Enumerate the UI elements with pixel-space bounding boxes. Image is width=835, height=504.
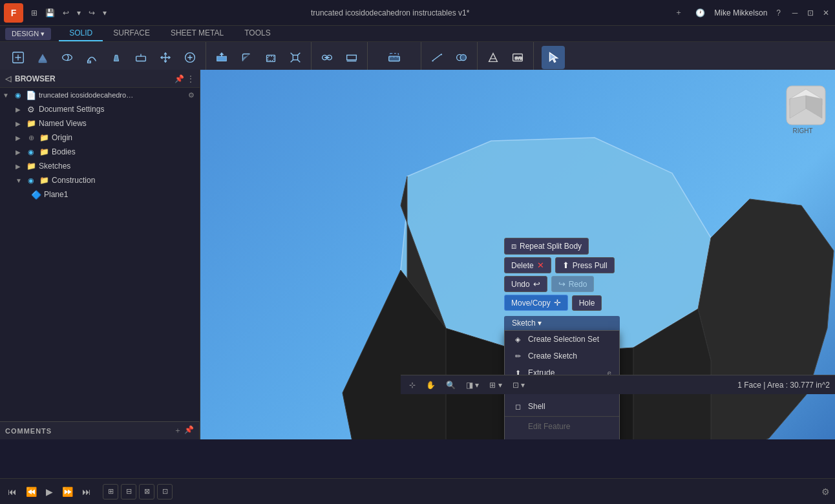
comments-pin-btn[interactable]: 📌	[184, 425, 194, 436]
interference-btn[interactable]	[450, 46, 473, 69]
svg-point-4	[63, 54, 72, 60]
playback-last-btn[interactable]: ⏭	[79, 485, 94, 498]
viewport[interactable]: ⧈ Repeat Split Body Delete ✕ ⬆ Press Pul…	[200, 70, 835, 439]
playback-first-btn[interactable]: ⏮	[5, 485, 19, 498]
new-component-btn[interactable]	[6, 46, 30, 69]
revolve-btn[interactable]	[56, 46, 79, 69]
undo-btn[interactable]: ↩	[60, 7, 72, 19]
loft-btn[interactable]	[105, 46, 128, 69]
sweep-btn[interactable]	[80, 46, 103, 69]
views-chevron[interactable]: ▶	[16, 120, 23, 127]
minimize-btn[interactable]: ─	[790, 8, 800, 18]
undo-ctx-btn[interactable]: Undo ↩	[504, 276, 547, 292]
browser-more-btn[interactable]: ⋮	[187, 74, 195, 83]
move-btn[interactable]	[154, 46, 177, 69]
press-pull-btn[interactable]	[210, 46, 233, 69]
browser-plane1[interactable]: 🔷 Plane1	[0, 187, 200, 202]
browser-origin[interactable]: ▶ ⊕ 📁 Origin	[0, 131, 200, 145]
zoom-btn[interactable]: 🔍	[443, 379, 459, 391]
undo-arrow[interactable]: ▾	[74, 7, 83, 19]
hole-btn[interactable]: Hole	[572, 295, 602, 311]
select-btn[interactable]	[542, 46, 565, 69]
playback-icon-4[interactable]: ⊡	[157, 484, 173, 499]
menu-create-sketch[interactable]: ✏ Create Sketch	[505, 348, 619, 364]
timeline-settings-btn[interactable]: ⚙	[821, 487, 830, 497]
playback-next-btn[interactable]: ⏩	[59, 485, 76, 498]
move-copy-btn[interactable]: Move/Copy ✛	[504, 295, 568, 311]
delete-btn[interactable]: Delete ✕	[504, 257, 551, 273]
tab-surface[interactable]: SURFACE	[103, 26, 160, 41]
construction-eye-icon: ◉	[26, 175, 36, 185]
insert-mesh-btn[interactable]	[481, 46, 505, 69]
playback-mode-icons: ⊞ ⊟ ⊠ ⊡	[103, 484, 173, 499]
construction-chevron[interactable]: ▼	[16, 177, 23, 184]
redo-btn[interactable]: ↪	[86, 7, 98, 19]
browser-named-views[interactable]: ▶ 📁 Named Views	[0, 116, 200, 131]
sketch-dropdown-btn[interactable]: Sketch ▾	[504, 316, 620, 330]
add-tab-btn[interactable]: ＋	[671, 5, 686, 21]
browser-collapse-btn[interactable]: ◁	[5, 74, 11, 83]
quick-access-new[interactable]: ⊞	[28, 7, 40, 19]
help-btn[interactable]: ?	[772, 6, 785, 20]
section-view-btn[interactable]: ⊡ ▾	[509, 379, 528, 391]
svg-marker-6	[114, 55, 118, 61]
menu-shell[interactable]: ◻ Shell	[505, 398, 619, 415]
rib-btn[interactable]	[129, 46, 153, 69]
browser-construction[interactable]: ▼ ◉ 📁 Construction	[0, 173, 200, 187]
design-mode-btn[interactable]: DESIGN ▾	[5, 28, 51, 40]
origin-chevron[interactable]: ▶	[16, 134, 23, 142]
menu-create-selection-set[interactable]: ◈ Create Selection Set	[505, 331, 619, 348]
bodies-chevron[interactable]: ▶	[16, 149, 23, 156]
create-more-btn[interactable]	[178, 46, 202, 69]
playback-icon-3[interactable]: ⊠	[139, 484, 154, 499]
maximize-btn[interactable]: ⊡	[805, 8, 816, 18]
doc-chevron[interactable]: ▶	[16, 106, 23, 113]
playback-icon-1[interactable]: ⊞	[103, 484, 118, 499]
menu-edit-profile-sketch[interactable]: Edit Profile Sketch	[505, 435, 619, 439]
navcube[interactable]: RIGHT	[783, 83, 822, 121]
press-pull-btn[interactable]: ⬆ Press Pull	[555, 257, 615, 273]
browser-sketches[interactable]: ▶ 📁 Sketches	[0, 159, 200, 173]
redo-arrow[interactable]: ▾	[100, 7, 109, 19]
display-settings-btn[interactable]: ◨ ▾	[463, 379, 482, 391]
joint-btn[interactable]	[315, 46, 339, 69]
plane-icon: 🔷	[31, 189, 41, 200]
sketches-chevron[interactable]: ▶	[16, 163, 23, 170]
close-btn[interactable]: ✕	[821, 8, 831, 18]
svg-marker-11	[220, 52, 224, 54]
repeat-split-body-btn[interactable]: ⧈ Repeat Split Body	[504, 238, 589, 255]
root-settings-icon[interactable]: ⚙	[188, 91, 195, 100]
insert-svg-btn[interactable]: SVG	[506, 46, 529, 69]
comments-expand-btn[interactable]: ＋	[174, 425, 182, 436]
browser-doc-settings[interactable]: ▶ ⚙ Document Settings	[0, 102, 200, 116]
playback-prev-btn[interactable]: ⏪	[23, 485, 39, 498]
ground-btn[interactable]	[340, 46, 363, 69]
browser-root-item[interactable]: ▼ ◉ 📄 truncated icosidodecahedro… ⚙	[0, 88, 200, 102]
browser-pin-btn[interactable]: 📌	[174, 74, 184, 83]
shell-btn[interactable]	[259, 46, 282, 69]
clock-btn[interactable]: 🕐	[692, 6, 709, 20]
tree-chevron[interactable]: ▼	[3, 92, 10, 99]
quick-access-save[interactable]: 💾	[43, 7, 58, 19]
pan-btn[interactable]: ✋	[423, 379, 439, 391]
offset-plane-btn[interactable]	[383, 46, 406, 69]
browser-bodies[interactable]: ▶ ◉ 📁 Bodies	[0, 145, 200, 159]
playback-icon-2[interactable]: ⊟	[121, 484, 136, 499]
render-mode-btn[interactable]: ⊞ ▾	[486, 379, 505, 391]
tab-solid[interactable]: SOLID	[59, 26, 103, 41]
svg-line-22	[432, 54, 442, 61]
grid-btn[interactable]: ⊹	[406, 379, 419, 391]
fillet-btn[interactable]	[235, 46, 258, 69]
tab-sheet-metal[interactable]: SHEET METAL	[160, 26, 234, 41]
bodies-eye-icon: ◉	[26, 147, 36, 157]
tab-tools[interactable]: TOOLS	[234, 26, 280, 41]
bodies-label: Bodies	[52, 147, 76, 156]
viewport-statusbar: ⊹ ✋ 🔍 ◨ ▾ ⊞ ▾ ⊡ ▾ 1 Face | Area : 30.777…	[401, 375, 835, 394]
extrude-btn[interactable]	[31, 46, 54, 69]
menu-edit-feature[interactable]: Edit Feature	[505, 418, 619, 435]
playback-play-btn[interactable]: ▶	[43, 485, 56, 498]
named-views-label: Named Views	[39, 119, 87, 128]
scale-btn[interactable]	[284, 46, 307, 69]
measure-btn[interactable]	[425, 46, 449, 69]
redo-ctx-btn[interactable]: ↪ Redo	[551, 276, 595, 292]
